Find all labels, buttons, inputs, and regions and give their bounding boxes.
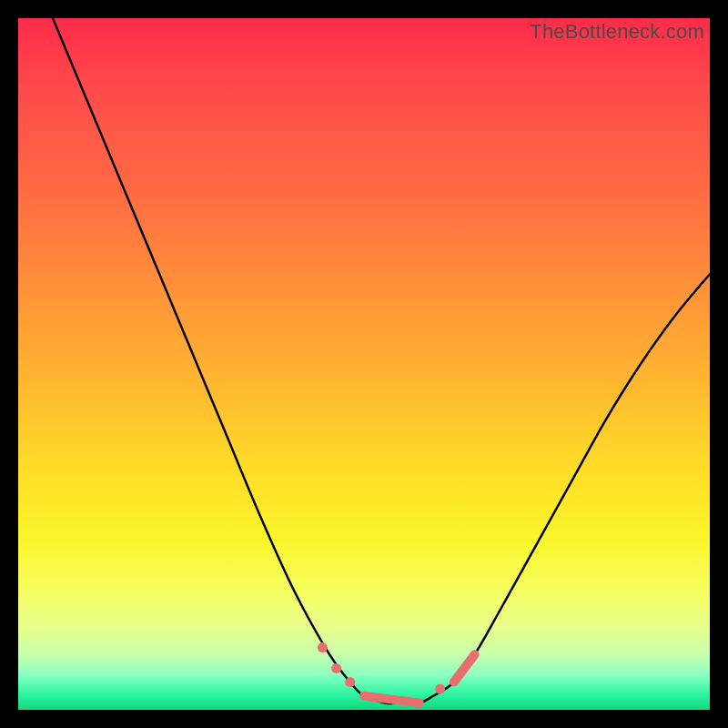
accent-dot bbox=[435, 684, 445, 694]
bottleneck-curve bbox=[18, 18, 710, 710]
accent-segment bbox=[454, 654, 475, 682]
accent-segment bbox=[364, 696, 420, 703]
chart-frame: TheBottleneck.com bbox=[18, 18, 710, 710]
watermark-text: TheBottleneck.com bbox=[530, 20, 704, 44]
accent-dot bbox=[331, 663, 341, 673]
curve-path bbox=[53, 18, 710, 703]
accent-dot bbox=[345, 677, 355, 687]
accent-dot bbox=[318, 642, 328, 652]
